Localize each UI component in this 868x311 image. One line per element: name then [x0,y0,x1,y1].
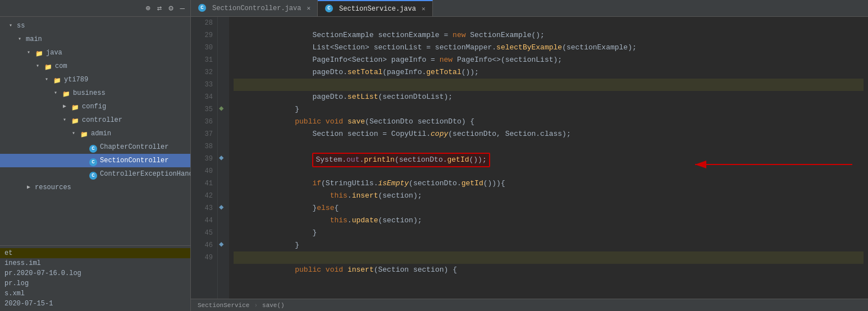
tab-section-controller[interactable]: C SectionController.java ✕ [191,0,318,16]
bottom-label-iml: iness.iml [4,259,41,267]
tree-label-yti789: yti789 [64,74,88,85]
java-icon-exception: C [89,170,98,179]
sidebar-toolbar: ⊕ ⇄ ⚙ — [0,0,190,17]
gutter: ◆ ◆ ◆ ◆ [218,17,229,299]
folder-icon-yti789: 📁 [53,75,62,84]
tree-label-resources: resources [35,182,71,193]
code-line-40: if(StringUtils.isEmpty(sectionDto.getId(… [234,165,864,177]
bottom-item-date[interactable]: 2020-07-15-1 [0,299,190,309]
code-line-30: PageInfo<Section> pageInfo = new PageInf… [234,42,864,54]
code-line-45: } [234,227,864,239]
gutter-marker-42: ◆ [219,202,223,212]
tree-item-chapter-controller[interactable]: ▶ C ChapterController [0,140,190,154]
status-method: save() [262,302,285,309]
tree-label-ss: ss [17,20,25,31]
tree-label-com: com [55,61,67,72]
tab-label-section-service: SectionService.java [339,5,416,13]
line-numbers: 28 29 30 31 32 33 34 35 36 37 38 39 40 4… [191,17,218,299]
gutter-marker-45: ◆ [219,239,223,249]
tree-item-java[interactable]: ▾ 📁 java [0,46,190,60]
sidebar: ⊕ ⇄ ⚙ — ▾ ss ▾ main ▾ 📁 java ▾ 📁 com [0,0,191,311]
tree-label-exception-handle: ControllerExceptionHandle [100,168,190,180]
tree-item-config[interactable]: ▶ 📁 config [0,100,190,113]
tab-label-section-controller: SectionController.java [212,4,301,12]
code-line-44: } [234,214,864,227]
tab-close-section-service[interactable]: ✕ [422,5,426,12]
java-icon-chapter: C [89,143,98,152]
bottom-label-xml: s.xml [4,290,25,298]
code-line-33: pageDto.setList(sectionDtoList); [234,79,864,91]
gutter-marker-40: ◆ [219,153,223,162]
code-line-46: public void update(Section section) { se… [234,239,864,251]
bottom-label-et: et [4,249,12,257]
folder-icon-controller: 📁 [71,116,80,125]
tree-item-com[interactable]: ▾ 📁 com [0,60,190,73]
code-line-32: List<SectionDto> sectionDtoList = CopyUt… [234,66,864,79]
status-bar: SectionService › save() [191,299,868,311]
bottom-item-et[interactable]: et [0,248,190,258]
tree-label-controller: controller [82,115,122,126]
code-line-37 [234,128,864,140]
code-line-39 [234,153,864,165]
code-line-36: Section section = CopyUtil.copy(sectionD… [234,116,864,128]
java-icon-tab2: C [325,4,334,13]
bottom-item-xml[interactable]: s.xml [0,289,190,299]
code-line-38: System.out.println(sectionDto.getId()); [234,140,864,153]
code-lines[interactable]: SectionExample sectionExample = new Sect… [229,17,868,299]
tree-item-main[interactable]: ▾ main [0,33,190,46]
tab-close-section-controller[interactable]: ✕ [307,4,310,12]
tree-item-admin[interactable]: ▾ 📁 admin [0,127,190,140]
code-line-49: public void insert(Section section) { [234,251,864,264]
sidebar-bottom: et iness.iml pr.2020-07-16.0.log pr.log … [0,245,190,311]
folder-icon: 📁 [35,48,44,57]
code-content[interactable]: 28 29 30 31 32 33 34 35 36 37 38 39 40 4… [191,17,868,299]
tree-label-admin: admin [91,128,111,139]
bottom-item-iml[interactable]: iness.iml [0,258,190,268]
sidebar-tree: ▾ ss ▾ main ▾ 📁 java ▾ 📁 com ▾ 📁 yti7 [0,17,190,245]
folder-icon-business: 📁 [62,89,71,98]
settings-icon[interactable]: ⚙ [167,2,174,14]
tree-arrow-ss: ▾ [9,20,17,31]
code-editor: 28 29 30 31 32 33 34 35 36 37 38 39 40 4… [191,17,868,299]
bottom-item-log2[interactable]: pr.log [0,278,190,289]
folder-icon-com: 📁 [44,62,53,71]
navigate-icon[interactable]: ⊕ [144,2,151,14]
bottom-label-log2: pr.log [4,280,29,287]
tree-item-resources[interactable]: ▶ resources [0,181,190,194]
tree-item-controller[interactable]: ▾ 📁 controller [0,113,190,127]
tab-section-service[interactable]: C SectionService.java ✕ [318,0,432,16]
bottom-label-date: 2020-07-15-1 [4,300,53,308]
code-line-31: pageDto.setTotal(pageInfo.getTotal()); [234,54,864,66]
code-line-41: this.insert(section); [234,177,864,190]
tree-label-business: business [73,88,106,99]
minimize-icon[interactable]: — [179,3,186,14]
gutter-marker-35: ◆ [219,103,223,113]
editor-area: C SectionController.java ✕ C SectionServ… [191,0,868,311]
expand-icon[interactable]: ⇄ [156,2,163,14]
status-path: SectionService [198,302,249,309]
java-icon-tab1: C [198,4,207,13]
tree-label-section-controller: SectionController [100,155,168,166]
tree-label-main: main [26,34,42,45]
tab-bar: C SectionController.java ✕ C SectionServ… [191,0,868,17]
code-line-35: public void save(SectionDto sectionDto) … [234,103,864,116]
folder-icon-admin: 📁 [80,129,89,138]
bottom-label-log1: pr.2020-07-16.0.log [4,269,81,277]
folder-icon-config: 📁 [71,102,80,111]
tree-label-java: java [46,47,62,58]
tree-label-config: config [82,101,106,112]
bottom-item-log1[interactable]: pr.2020-07-16.0.log [0,268,190,278]
tree-item-exception-handle[interactable]: ▶ C ControllerExceptionHandle [0,167,190,181]
tree-label-chapter-controller: ChapterController [100,141,168,153]
code-line-28: SectionExample sectionExample = new Sect… [234,17,864,29]
code-line-42: }else{ [234,190,864,202]
code-line-43: this.update(section); [234,202,864,214]
tree-item-business[interactable]: ▾ 📁 business [0,86,190,100]
tree-item-section-controller[interactable]: ▶ C SectionController [0,154,190,167]
java-icon-section: C [89,156,98,165]
code-line-29: List<Section> sectionList = sectionMappe… [234,29,864,42]
code-line-34: } [234,91,864,103]
tree-item-ss[interactable]: ▾ ss [0,19,190,33]
tree-item-yti789[interactable]: ▾ 📁 yti789 [0,73,190,86]
